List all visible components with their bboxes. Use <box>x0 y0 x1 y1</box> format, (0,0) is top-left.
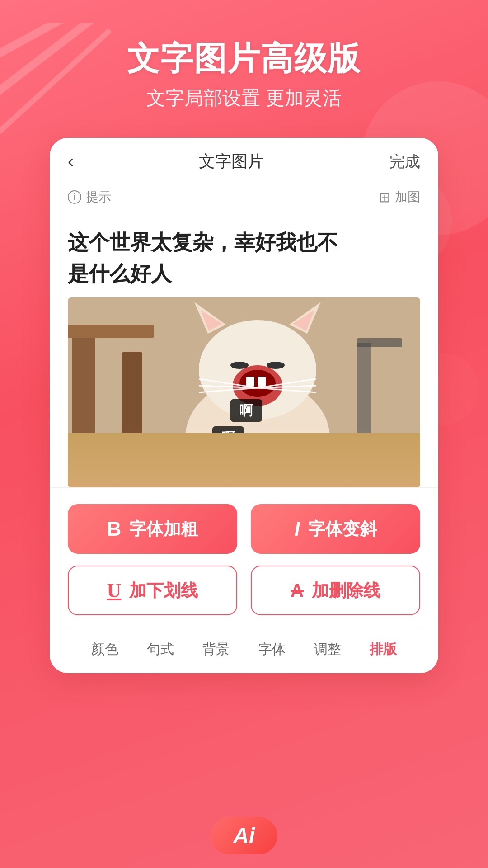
italic-icon: I <box>294 518 300 540</box>
svg-rect-19 <box>258 377 266 387</box>
back-button[interactable]: ‹ <box>68 152 74 171</box>
hint-left: i 提示 <box>68 189 111 206</box>
phone-mockup: ‹ 文字图片 完成 i 提示 ⊞ 加图 这个世界太复杂，幸好我也不是什么好人 <box>50 138 438 673</box>
tab-background[interactable]: 背景 <box>202 640 230 659</box>
editor-area: 这个世界太复杂，幸好我也不是什么好人 <box>50 213 438 487</box>
strikethrough-button[interactable]: A 加删除线 <box>251 566 420 615</box>
italic-label: 字体变斜 <box>308 518 377 541</box>
tab-color[interactable]: 颜色 <box>91 640 118 659</box>
btn-row-1: B 字体加粗 I 字体变斜 <box>68 504 420 554</box>
tab-font[interactable]: 字体 <box>258 640 286 659</box>
header-section: 文字图片高级版 文字局部设置 更加灵活 <box>127 0 361 111</box>
hint-bar: i 提示 ⊞ 加图 <box>50 181 438 213</box>
bottom-panel: B 字体加粗 I 字体变斜 U 加下划线 A 加删除线 <box>50 487 438 673</box>
svg-rect-33 <box>357 338 402 347</box>
sub-title: 文字局部设置 更加灵活 <box>127 85 361 111</box>
main-content: 文字图片高级版 文字局部设置 更加灵活 ‹ 文字图片 完成 i 提示 ⊞ 加图 … <box>0 0 488 868</box>
svg-rect-18 <box>246 377 254 387</box>
cat-image: 啊 啊 啊 <box>68 297 420 487</box>
svg-rect-5 <box>72 334 95 447</box>
bold-label: 字体加粗 <box>129 518 198 541</box>
bold-button[interactable]: B 字体加粗 <box>68 504 237 554</box>
svg-rect-32 <box>357 343 371 442</box>
tab-adjust[interactable]: 调整 <box>314 640 341 659</box>
add-img-icon: ⊞ <box>379 189 390 205</box>
tab-layout[interactable]: 排版 <box>370 640 397 659</box>
add-img-label: 加图 <box>395 189 420 206</box>
info-icon: i <box>68 190 81 204</box>
editor-text[interactable]: 这个世界太复杂，幸好我也不是什么好人 <box>68 227 420 289</box>
floor <box>68 433 420 487</box>
ai-badge[interactable]: Ai <box>211 817 277 854</box>
svg-text:啊: 啊 <box>239 403 253 418</box>
done-button[interactable]: 完成 <box>389 151 420 172</box>
bold-icon: B <box>107 518 122 540</box>
hint-text: 提示 <box>86 189 111 206</box>
tab-bar: 颜色 句式 背景 字体 调整 排版 <box>68 627 420 673</box>
svg-rect-7 <box>68 325 154 338</box>
btn-row-2: U 加下划线 A 加删除线 <box>68 566 420 615</box>
add-image-button[interactable]: ⊞ 加图 <box>379 189 420 206</box>
nav-title: 文字图片 <box>199 151 264 173</box>
underline-label: 加下划线 <box>129 579 198 602</box>
underline-button[interactable]: U 加下划线 <box>68 566 237 615</box>
strikethrough-icon: A <box>291 580 304 601</box>
strikethrough-label: 加删除线 <box>312 579 380 602</box>
phone-nav: ‹ 文字图片 完成 <box>50 138 438 181</box>
italic-button[interactable]: I 字体变斜 <box>251 504 420 554</box>
underline-icon: U <box>107 579 122 602</box>
tab-sentence[interactable]: 句式 <box>147 640 174 659</box>
main-title: 文字图片高级版 <box>127 41 361 76</box>
